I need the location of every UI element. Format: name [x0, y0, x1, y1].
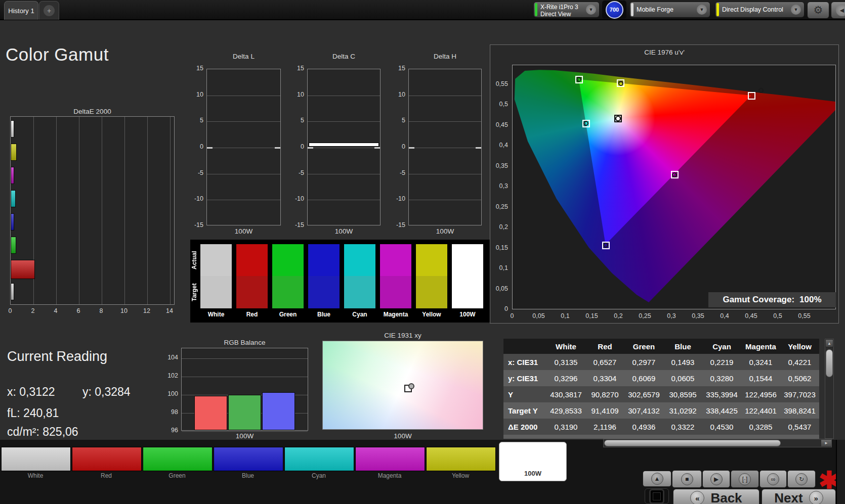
pattern-item-yellow[interactable] [426, 447, 496, 471]
delta-y-tick: 15 [286, 65, 304, 72]
delta-y-tick: -10 [185, 195, 203, 202]
pattern-item-white[interactable] [1, 447, 71, 471]
play-button[interactable]: ▶ [702, 470, 730, 488]
double-chevron-left-icon: « [690, 491, 704, 504]
cie1976-x-tick: 0,3 [661, 312, 682, 319]
table-cell: 0,4936 [624, 423, 663, 431]
gamut-coverage: Gamut Coverage: 100% [708, 292, 836, 307]
table-vertical-scrollbar[interactable]: ▲ [825, 339, 834, 439]
next-button[interactable]: Next » [762, 489, 836, 504]
chevron-left-icon: ◀ [836, 4, 845, 16]
app-root: History 1 + X-Rite i1Pro 3 Direct View ▼… [0, 0, 845, 504]
zero-tick [275, 147, 280, 149]
pattern-label: White [1, 472, 70, 479]
cie1976-y-tick: 0,05 [486, 285, 508, 292]
pattern-item-100w-selected[interactable]: 100W [499, 442, 567, 481]
table-row: ΔE 20000,31902,11960,49360,33220,45300,3… [503, 419, 819, 435]
swatch-label: Green [270, 311, 306, 318]
stop-icon: ■ [681, 473, 693, 485]
table-cell: 338,4425 [702, 406, 741, 415]
pattern-item-blue[interactable] [214, 447, 283, 471]
rgb-y-tick: 100 [161, 390, 178, 397]
gridline [409, 96, 481, 96]
pattern-item-red[interactable] [72, 447, 142, 471]
refresh-button[interactable]: ↻ [787, 470, 816, 488]
settings-button[interactable]: ⚙ [807, 2, 829, 19]
meter-status-stripe [535, 3, 537, 16]
expand-strip-button[interactable]: ▲ [643, 471, 671, 487]
results-table: WhiteRedGreenBlueCyanMagentaYellowx: CIE… [503, 339, 819, 439]
table-cell: 0,5437 [780, 423, 819, 431]
chevron-down-icon: ▼ [586, 5, 596, 15]
collapse-panel-button[interactable]: ◀ [831, 2, 845, 19]
scrollbar-thumb[interactable] [604, 440, 781, 446]
source-dropdown[interactable]: Mobile Forge ▼ [629, 2, 710, 18]
actual-target-swatch-panel: ActualTargetWhiteRedGreenBlueCyanMagenta… [190, 240, 490, 323]
cie1976-diagram [512, 65, 836, 309]
table-row: ΔE ITP0,456412,83163,04521,91272,04283,5… [503, 435, 819, 439]
pattern-strip-scrollbar[interactable]: ► [603, 439, 832, 447]
zero-tick [374, 147, 380, 149]
swatch-target-yellow [416, 276, 447, 308]
table-cell: 307,4132 [624, 406, 663, 415]
pattern-window-button[interactable] [645, 488, 669, 504]
gridline [409, 121, 481, 122]
cie1976-x-tick: 0,35 [688, 312, 708, 319]
column-header: Red [585, 342, 624, 351]
stop-button[interactable]: ■ [672, 470, 702, 488]
delta-y-tick: -15 [387, 221, 405, 228]
delta-chart-delta-c [307, 69, 381, 225]
rgb-bar-red [194, 396, 227, 430]
table-cell: 0,6527 [585, 358, 624, 366]
deltae-bar-cyan [11, 190, 16, 207]
table-cell: 2,1196 [585, 423, 624, 431]
step-button[interactable]: [·] [731, 470, 759, 488]
tab-history[interactable]: History 1 [4, 1, 38, 20]
delta-y-tick: -5 [286, 169, 304, 176]
deltae-bar-yellow [11, 144, 17, 161]
cie1931-actual-marker [408, 383, 414, 389]
column-header: Blue [663, 342, 702, 351]
table-cell: 122,4401 [741, 406, 780, 415]
pattern-item-cyan[interactable] [284, 447, 354, 471]
actual-row-label: Actual [191, 244, 199, 276]
add-tab-button[interactable]: + [39, 1, 59, 20]
workflow-dropdown[interactable]: Direct Display Control ▼ [715, 2, 805, 18]
loop-button[interactable]: ∞ [759, 470, 787, 488]
swatch-target-green [272, 276, 304, 308]
pattern-item-magenta[interactable] [355, 447, 425, 471]
meter-dropdown[interactable]: X-Rite i1Pro 3 Direct View ▼ [533, 2, 600, 18]
deltae-x-tick: 14 [162, 307, 177, 314]
cie1976-x-tick: 0,25 [635, 312, 655, 319]
cie1931-diagram [322, 341, 483, 430]
scrollbar-thumb[interactable] [826, 349, 833, 377]
rgb-y-tick: 104 [161, 354, 178, 361]
delta-y-tick: -15 [185, 221, 203, 228]
table-cell: 0,3241 [741, 358, 780, 366]
table-row: y: CIE310,32960,33040,60690,06050,32800,… [503, 370, 819, 386]
rgb-y-tick: 96 [161, 427, 178, 434]
badge-value: 700 [606, 1, 623, 19]
table-cell: 0,3304 [585, 374, 624, 383]
back-button[interactable]: « Back [673, 489, 759, 504]
column-header: Magenta [741, 342, 780, 351]
gear-icon: ⚙ [814, 4, 823, 16]
gridline [207, 121, 280, 122]
deltae-x-tick: 10 [116, 307, 132, 314]
delta-y-tick: -15 [286, 221, 304, 228]
deltae-bar-red [11, 260, 35, 279]
pattern-item-green[interactable] [143, 447, 213, 471]
meter-name: X-Rite i1Pro 3 [540, 4, 578, 11]
delta-y-tick: 5 [387, 117, 405, 124]
rgb-balance-title: RGB Balance [181, 339, 308, 346]
scroll-up-button[interactable]: ▲ [825, 339, 833, 347]
table-cell: 31,0292 [663, 406, 702, 415]
deltae-chart-title: DeltaE 2000 [10, 108, 175, 115]
gridline [182, 358, 308, 359]
gridline [308, 200, 380, 200]
gridline [170, 117, 171, 304]
rgb-bar-green [228, 395, 261, 430]
cie1976-actual-yellow [618, 81, 623, 86]
scroll-right-button[interactable]: ► [821, 440, 831, 446]
cie1976-y-tick: 0,2 [486, 223, 508, 231]
